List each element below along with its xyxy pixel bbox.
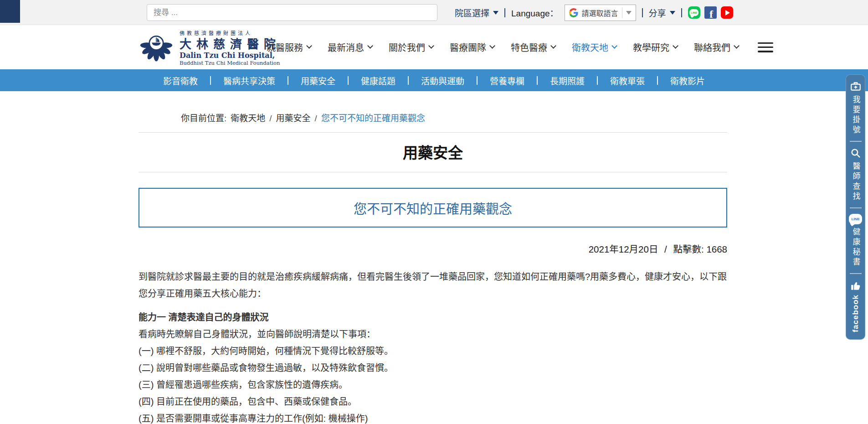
chevron-down-icon bbox=[428, 43, 434, 49]
ability-intro: 看病時先瞭解自己身體狀況，並向醫師說明清楚以下事項： bbox=[139, 326, 727, 343]
separator bbox=[642, 8, 643, 17]
nav-item-services[interactable]: 就醫服務 bbox=[267, 41, 311, 54]
nav-item-health-education[interactable]: 衛教天地 bbox=[572, 41, 616, 54]
subnav-item-health-topics[interactable]: 健康話題 bbox=[361, 74, 395, 87]
separator bbox=[850, 207, 862, 208]
article-intro: 到醫院就診求醫最主要的目的就是治癒疾病緩解病痛，但看完醫生後領了一堆藥品回家，您… bbox=[139, 269, 727, 302]
separator bbox=[477, 76, 478, 85]
list-item: (二) 說明曾對哪些藥品或食物發生過過敏，以及特殊飲食習慣。 bbox=[139, 360, 727, 377]
nav-item-about[interactable]: 關於我們 bbox=[389, 41, 433, 54]
topbar: 院區選擇 Language： 請選取語言 分享 LINE f bbox=[0, 0, 868, 25]
logo[interactable]: 佛教慈濟醫療財團法人 大林慈濟醫院 Dalin Tzu Chi Hospital… bbox=[137, 29, 281, 66]
separator bbox=[537, 76, 538, 85]
play-icon bbox=[725, 10, 730, 16]
breadcrumb-item-health-education[interactable]: 衛教天地 bbox=[231, 111, 265, 124]
chevron-down-icon bbox=[611, 43, 617, 49]
line-icon[interactable]: LINE bbox=[688, 6, 700, 19]
nav-label: 特色醫療 bbox=[511, 41, 547, 54]
topbar-right: 院區選擇 Language： 請選取語言 分享 LINE f bbox=[455, 0, 733, 25]
campus-select[interactable]: 院區選擇 bbox=[455, 6, 498, 19]
subnav-item-long-term-care[interactable]: 長期照護 bbox=[550, 74, 585, 87]
line-icon-text: LINE bbox=[691, 11, 697, 14]
separator bbox=[288, 76, 288, 85]
facebook-icon[interactable]: f bbox=[704, 6, 717, 19]
main-nav: 就醫服務 最新消息 關於我們 醫療團隊 特色醫療 衛教天地 教學研究 聯絡我們 bbox=[267, 25, 773, 69]
meta-separator: / bbox=[664, 244, 667, 254]
chevron-down-icon bbox=[734, 43, 740, 49]
language-select[interactable]: 請選取語言 bbox=[565, 5, 636, 21]
corner-block bbox=[0, 0, 20, 23]
caret-down-icon bbox=[670, 11, 675, 15]
subnav-item-shared-decision[interactable]: 醫病共享決策 bbox=[223, 74, 275, 87]
logo-sub-en: Buddhist Tzu Chi Medical Foundation bbox=[180, 60, 281, 66]
breadcrumb-item-current[interactable]: 您不可不知的正確用藥觀念 bbox=[321, 111, 425, 124]
line-bubble-icon: LINE bbox=[689, 9, 699, 16]
page-title: 用藥安全 bbox=[139, 143, 727, 163]
site-header: 佛教慈濟醫療財團法人 大林慈濟醫院 Dalin Tzu Chi Hospital… bbox=[0, 25, 868, 69]
separator bbox=[622, 7, 622, 18]
doctor-search-icon bbox=[850, 147, 861, 159]
chevron-down-icon bbox=[489, 43, 495, 49]
share-label: 分享 bbox=[649, 6, 666, 19]
divider bbox=[139, 132, 727, 133]
google-icon bbox=[569, 8, 578, 17]
nav-item-news[interactable]: 最新消息 bbox=[328, 41, 372, 54]
subnav-item-nutrition[interactable]: 營養專欄 bbox=[490, 74, 524, 87]
nav-item-research[interactable]: 教學研究 bbox=[633, 41, 678, 54]
youtube-icon[interactable] bbox=[721, 6, 733, 19]
separator bbox=[850, 273, 862, 274]
breadcrumb-separator: / bbox=[315, 114, 317, 124]
subnav-item-medication-safety[interactable]: 用藥安全 bbox=[301, 74, 335, 87]
chevron-down-icon bbox=[550, 43, 556, 49]
subnav-item-activity-exercise[interactable]: 活動與運動 bbox=[421, 74, 464, 87]
separator bbox=[504, 8, 505, 17]
search-input[interactable] bbox=[147, 4, 437, 21]
ability-heading: 能力一 清楚表達自己的身體狀況 bbox=[139, 309, 727, 326]
logo-text: 佛教慈濟醫療財團法人 大林慈濟醫院 Dalin Tzu Chi Hospital… bbox=[180, 29, 281, 66]
doctor-search-button[interactable]: 醫師查找 bbox=[850, 147, 861, 202]
chevron-down-icon bbox=[673, 43, 678, 49]
nav-label: 最新消息 bbox=[328, 41, 364, 54]
registration-kit-icon bbox=[850, 80, 862, 92]
nav-label: 教學研究 bbox=[633, 41, 669, 54]
nav-label: 關於我們 bbox=[389, 41, 425, 54]
subnav-item-video-education[interactable]: 影音衛教 bbox=[163, 74, 198, 87]
nav-item-featured-care[interactable]: 特色醫療 bbox=[511, 41, 555, 54]
nav-label: 聯絡我們 bbox=[694, 41, 730, 54]
subnav: 影音衛教 醫病共享決策 用藥安全 健康話題 活動與運動 營養專欄 長期照護 衛教… bbox=[0, 69, 868, 91]
separator bbox=[210, 76, 211, 85]
facebook-page-button[interactable]: facebook bbox=[850, 279, 862, 332]
share-button[interactable]: 分享 bbox=[649, 6, 675, 19]
menu-icon[interactable] bbox=[758, 42, 773, 52]
hospital-emblem-icon bbox=[137, 31, 176, 65]
article-title-box: 您不可不知的正確用藥觀念 bbox=[139, 188, 727, 228]
chevron-down-icon bbox=[367, 43, 373, 49]
separator bbox=[597, 76, 598, 85]
breadcrumb-item-medication-safety[interactable]: 用藥安全 bbox=[276, 111, 311, 124]
separator bbox=[408, 76, 409, 85]
nav-item-contact[interactable]: 聯絡我們 bbox=[694, 41, 739, 54]
main-content: 你目前位置: 衛教天地 / 用藥安全 / 您不可不知的正確用藥觀念 用藥安全 您… bbox=[139, 91, 727, 424]
separator bbox=[681, 8, 682, 17]
quick-link-label: 醫師查找 bbox=[851, 162, 860, 202]
register-appointment-button[interactable]: 我要掛號 bbox=[850, 80, 862, 135]
article-meta: 2021年12月20日 / 點擊數: 1668 bbox=[139, 242, 727, 255]
line-icon: LINE bbox=[849, 214, 862, 224]
subnav-item-leaflets[interactable]: 衛教單張 bbox=[610, 74, 645, 87]
line-health-secretary-button[interactable]: LINE 健康秘書 bbox=[849, 214, 862, 268]
nav-item-medical-team[interactable]: 醫療團隊 bbox=[450, 41, 494, 54]
nav-label: 就醫服務 bbox=[267, 41, 303, 54]
breadcrumb-separator: / bbox=[269, 114, 272, 124]
facebook-icon-letter: f bbox=[709, 8, 713, 19]
social-links: LINE f bbox=[688, 6, 733, 19]
separator bbox=[657, 76, 658, 85]
article-date: 2021年12月20日 bbox=[589, 244, 658, 254]
quick-link-label: facebook bbox=[851, 295, 860, 332]
quick-link-label: 我要掛號 bbox=[851, 95, 860, 135]
subnav-item-videos[interactable]: 衛教影片 bbox=[670, 74, 705, 87]
separator bbox=[850, 141, 862, 142]
article-title: 您不可不知的正確用藥觀念 bbox=[354, 198, 512, 217]
logo-foundation: 佛教慈濟醫療財團法人 bbox=[180, 29, 281, 36]
article-body: 到醫院就診求醫最主要的目的就是治癒疾病緩解病痛，但看完醫生後領了一堆藥品回家，您… bbox=[139, 269, 727, 424]
thumbs-up-icon bbox=[850, 279, 862, 291]
